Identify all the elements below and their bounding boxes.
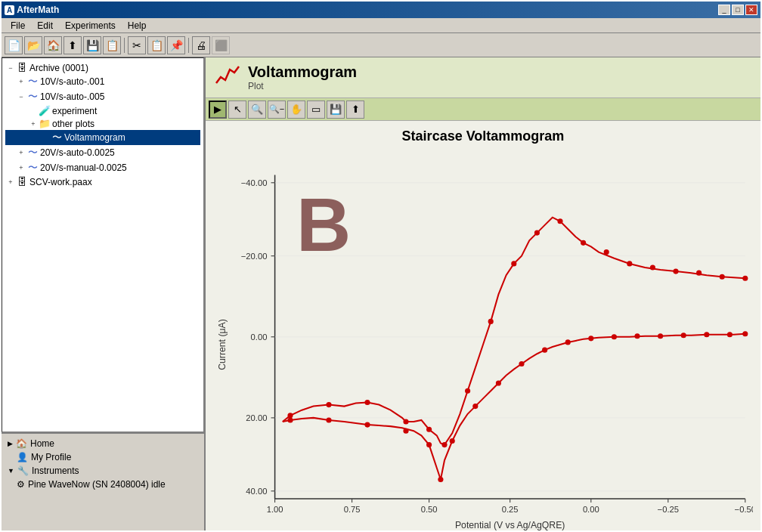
svg-point-59 (472, 404, 478, 409)
label-scvwork: SCV-work.paax (29, 177, 92, 187)
new-button[interactable]: 📄 (5, 36, 23, 54)
paste-button[interactable]: 📌 (167, 36, 185, 54)
svg-point-53 (326, 417, 331, 422)
tree-item-10v005[interactable]: − 〜 10V/s-auto-.005 (5, 89, 200, 104)
tree-item-experiment[interactable]: 🧪 experiment (5, 104, 200, 117)
svg-point-40 (488, 319, 494, 324)
main-content: − 🗄 Archive (0001) + 〜 10V/s-auto-.001 −… (2, 57, 760, 530)
pointer-tool-button[interactable]: ↖ (228, 101, 246, 119)
nav-instruments[interactable]: ▼ 🔧 Instruments (5, 464, 201, 478)
chart-svg: −40.00 −20.00 0.00 20.00 (213, 147, 753, 530)
zoom-out-button[interactable]: 🔍− (268, 101, 286, 119)
lower-curve (283, 334, 745, 480)
svg-point-62 (542, 348, 547, 353)
svg-text:0.25: 0.25 (502, 505, 519, 514)
svg-point-71 (742, 331, 748, 336)
svg-point-45 (604, 249, 609, 255)
export-button[interactable]: ⬛ (212, 36, 230, 54)
svg-point-64 (588, 336, 593, 341)
open-button[interactable]: 📂 (24, 36, 42, 54)
svg-point-49 (696, 271, 702, 276)
scan-icon-4: 〜 (26, 161, 39, 175)
tree-item-20vmanual[interactable]: + 〜 20V/s-manual-0.0025 (5, 160, 200, 175)
profile-icon: 👤 (17, 452, 28, 462)
nav-pine[interactable]: ⚙ Pine WaveNow (SN 2408004) idle (5, 478, 201, 491)
cut-button[interactable]: ✂ (128, 36, 146, 54)
svg-point-60 (496, 380, 501, 385)
menu-help[interactable]: Help (122, 19, 153, 32)
window-controls: _ □ ✕ (718, 5, 757, 15)
scv-icon: 🗄 (16, 176, 28, 187)
svg-text:Potential (V vs Ag/AgQRE): Potential (V vs Ag/AgQRE) (455, 520, 565, 530)
svg-point-34 (326, 402, 331, 407)
folder-icon: 📁 (39, 118, 51, 129)
tree-item-scvwork[interactable]: + 🗄 SCV-work.paax (5, 175, 200, 188)
tree-item-20v0025[interactable]: + 〜 20V/s-auto-0.0025 (5, 145, 200, 160)
select-region-button[interactable]: ▭ (307, 101, 325, 119)
tree-item-10v001[interactable]: + 〜 10V/s-auto-.001 (5, 74, 200, 89)
expand-icon: − (17, 93, 25, 101)
svg-point-65 (612, 334, 617, 339)
svg-text:40.00: 40.00 (246, 487, 267, 496)
save-button[interactable]: 💾 (83, 36, 101, 54)
tree-view[interactable]: − 🗄 Archive (0001) + 〜 10V/s-auto-.001 −… (2, 57, 204, 432)
svg-point-58 (450, 438, 455, 444)
toolbar-separator-2 (188, 38, 189, 53)
close-button[interactable]: ✕ (745, 5, 757, 15)
menu-file[interactable]: File (5, 19, 31, 32)
svg-point-68 (681, 332, 686, 338)
svg-point-46 (627, 261, 632, 266)
nav-home[interactable]: ▶ 🏠 Home (5, 437, 201, 450)
save-as-button[interactable]: 📋 (103, 36, 121, 54)
svg-text:0.00: 0.00 (583, 505, 599, 514)
menu-bar: File Edit Experiments Help (2, 18, 760, 33)
voltammogram-icon: 〜 (51, 131, 63, 144)
minimize-button[interactable]: _ (718, 5, 730, 15)
plot-title: Voltammogram (248, 63, 357, 81)
pan-tool-button[interactable]: ✋ (287, 101, 305, 119)
archive-label: Archive (0001) (29, 63, 88, 73)
tree-item-other-plots[interactable]: + 📁 other plots (5, 117, 200, 130)
scan-icon: 〜 (26, 75, 39, 88)
maximize-button[interactable]: □ (732, 5, 744, 15)
label-experiment: experiment (52, 106, 97, 116)
up-button[interactable]: ⬆ (64, 36, 82, 54)
main-window: A AfterMath _ □ ✕ File Edit Experiments … (0, 0, 762, 532)
label-20v0025: 20V/s-auto-0.0025 (40, 147, 115, 158)
svg-point-57 (438, 477, 443, 482)
svg-point-63 (565, 339, 571, 345)
nav-my-profile[interactable]: 👤 My Profile (5, 450, 201, 464)
svg-text:−0.50: −0.50 (735, 505, 753, 514)
experiment-icon: 🧪 (39, 105, 51, 116)
expand-icon: + (7, 178, 14, 186)
save-plot-button[interactable]: 💾 (327, 101, 345, 119)
svg-point-37 (426, 427, 432, 432)
export-plot-button[interactable]: ⬆ (346, 101, 364, 119)
svg-point-33 (287, 413, 293, 418)
menu-experiments[interactable]: Experiments (59, 19, 122, 32)
copy-button[interactable]: 📋 (147, 36, 166, 54)
svg-point-36 (403, 419, 408, 424)
tree-item-voltammogram[interactable]: 〜 Voltammogram (5, 130, 200, 145)
zoom-in-button[interactable]: 🔍 (248, 101, 266, 119)
upper-curve (283, 218, 745, 445)
home-button[interactable]: 🏠 (44, 36, 62, 54)
title-bar: A AfterMath _ □ ✕ (2, 2, 760, 18)
menu-edit[interactable]: Edit (31, 19, 59, 32)
plot-toolbar: ▶ ↖ 🔍 🔍− ✋ ▭ 💾 ⬆ (206, 98, 760, 121)
svg-point-38 (441, 442, 447, 447)
home-icon: 🏠 (16, 438, 27, 449)
svg-text:−20.00: −20.00 (241, 252, 268, 261)
tree-item-archive[interactable]: − 🗄 Archive (0001) (5, 61, 200, 74)
main-toolbar: 📄 📂 🏠 ⬆ 💾 📋 ✂ 📋 📌 🖨 ⬛ (2, 33, 760, 57)
svg-point-67 (658, 333, 663, 339)
plot-header-text: Voltammogram Plot (248, 63, 357, 91)
label-10v005: 10V/s-auto-.005 (40, 91, 104, 102)
instruments-icon: 🔧 (17, 466, 29, 476)
label-20vmanual: 20V/s-manual-0.0025 (40, 162, 127, 173)
print-button[interactable]: 🖨 (192, 36, 210, 54)
archive-icon: 🗄 (16, 62, 28, 73)
app-title: AfterMath (17, 5, 59, 15)
instruments-expand-icon: ▼ (8, 467, 14, 475)
select-tool-button[interactable]: ▶ (209, 101, 227, 119)
